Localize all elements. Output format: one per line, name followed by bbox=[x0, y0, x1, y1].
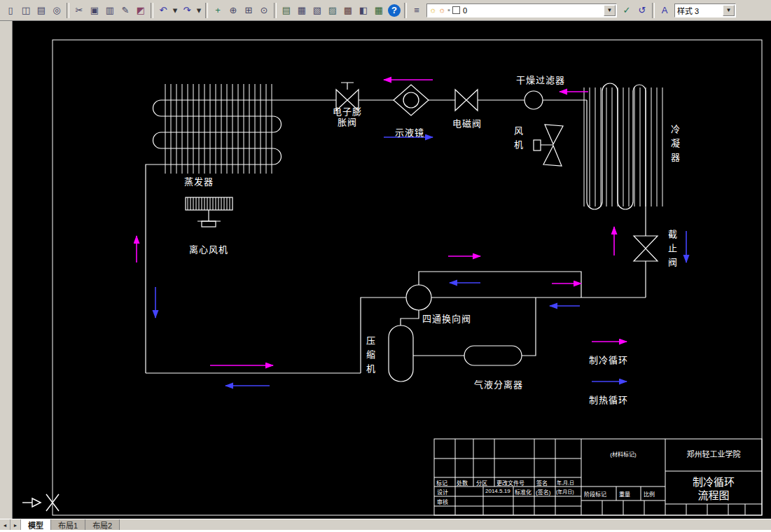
titleblock-date-placeholder: (年月日) bbox=[556, 488, 574, 495]
calculator-icon[interactable]: ▦ bbox=[371, 3, 387, 18]
centrifugal-fan-body bbox=[186, 197, 232, 210]
plot-icon[interactable]: ▤ bbox=[34, 3, 49, 18]
label-expansion-valve-line2: 胀阀 bbox=[329, 115, 366, 128]
label-separator: 气液分离器 bbox=[474, 377, 523, 391]
text-style-dropdown-icon[interactable]: ▼ bbox=[723, 5, 735, 16]
layer-combobox-dropdown-icon[interactable]: ▼ bbox=[604, 5, 616, 16]
tab-layout2[interactable]: 布局2 bbox=[85, 519, 120, 531]
titleblock-header-zone: 分区 bbox=[476, 479, 487, 486]
label-stop-valve: 截止阀 bbox=[665, 230, 679, 272]
titleblock-design: 设计 bbox=[437, 488, 448, 496]
titleblock-school: 郑州轻工业学院 bbox=[667, 448, 760, 459]
zoom-window-icon[interactable]: ⊞ bbox=[241, 3, 256, 18]
titleblock-header-sign: 签名 bbox=[536, 479, 548, 486]
tab-model[interactable]: 模型 bbox=[21, 519, 51, 531]
toolbar: ▯◫▤◎✂▣▥✎◩↶▾↷▾+⊕⊞⊙▤▦▧▨▩◧▦?≡ ☼☼▪ 0 ▼ ✓↺A 样… bbox=[0, 0, 771, 21]
layer-on-icon[interactable]: ☼ bbox=[429, 6, 436, 14]
stop-valve-symbol bbox=[634, 236, 658, 261]
toolbar-separator bbox=[151, 3, 153, 18]
titleblock-material: (材料标记) bbox=[581, 450, 665, 458]
zoom-realtime-icon[interactable]: ⊕ bbox=[225, 3, 241, 18]
evaporator-fins bbox=[165, 84, 272, 174]
tab-scroll-right-button[interactable]: ► bbox=[11, 519, 21, 531]
properties-icon[interactable]: ▤ bbox=[279, 3, 294, 18]
toolbar-main-group: ▯◫▤◎✂▣▥✎◩↶▾↷▾+⊕⊞⊙▤▦▧▨▩◧▦?≡ bbox=[3, 3, 424, 18]
solenoid-valve-symbol bbox=[455, 90, 478, 111]
drawing-canvas[interactable]: 蒸发器 电子膨 胀阀 示液镜 电磁阀 干燥过滤器 风机 冷凝器 截止阀 离心风机… bbox=[13, 21, 771, 519]
layout-tabbar: ◄ ► 模型 布局1 布局2 bbox=[0, 519, 771, 531]
make-object-layer-icon[interactable]: ✓ bbox=[619, 3, 634, 18]
sheet-icon[interactable]: ▧ bbox=[310, 3, 325, 18]
titleblock-weight: 重量 bbox=[619, 490, 630, 498]
toolbar-separator bbox=[274, 3, 277, 18]
titleblock-sign-placeholder: (签名) bbox=[536, 488, 550, 496]
image-icon[interactable]: ▩ bbox=[340, 3, 356, 18]
markup-icon[interactable]: ▨ bbox=[325, 3, 340, 18]
text-style-combobox[interactable]: 样式 3 ▼ bbox=[674, 4, 736, 18]
tab-scroll-left-button[interactable]: ◄ bbox=[0, 519, 11, 531]
centrifugal-fan-stand bbox=[197, 210, 221, 221]
tab-layout1[interactable]: 布局1 bbox=[51, 519, 85, 531]
undo-icon[interactable]: ↶ bbox=[155, 3, 171, 18]
zoom-previous-icon[interactable]: ⊙ bbox=[256, 3, 272, 18]
preview-icon[interactable]: ◎ bbox=[49, 3, 64, 18]
redo-dropdown-icon[interactable]: ▾ bbox=[195, 3, 203, 18]
titleblock-stage: 阶段标记 bbox=[584, 490, 606, 498]
condenser-coil bbox=[587, 83, 646, 236]
centrifugal-fan-hatch bbox=[188, 197, 230, 210]
dry-filter-symbol bbox=[525, 91, 543, 109]
redo-icon[interactable]: ↷ bbox=[179, 3, 195, 18]
layers-icon[interactable]: ≡ bbox=[409, 3, 424, 18]
titleblock-audit: 审核 bbox=[437, 498, 448, 505]
label-legend-cooling: 制冷循环 bbox=[589, 353, 628, 366]
erase-icon[interactable]: ◩ bbox=[133, 3, 148, 18]
toolbar-separator bbox=[652, 3, 655, 18]
layer-combobox[interactable]: ☼☼▪ 0 ▼ bbox=[426, 4, 617, 18]
toolbar-layer-group: ✓↺A bbox=[619, 3, 672, 18]
layer-lock-icon[interactable]: ▪ bbox=[447, 6, 450, 14]
expansion-valve-stem bbox=[341, 83, 354, 90]
new-icon[interactable]: ▯ bbox=[3, 3, 18, 18]
label-centrifugal-fan: 离心风机 bbox=[189, 242, 228, 255]
ucs-icon bbox=[22, 494, 59, 511]
pan-icon[interactable]: + bbox=[210, 3, 225, 18]
help-icon[interactable]: ? bbox=[388, 4, 401, 17]
cad-application-window: ▯◫▤◎✂▣▥✎◩↶▾↷▾+⊕⊞⊙▤▦▧▨▩◧▦?≡ ☼☼▪ 0 ▼ ✓↺A 样… bbox=[0, 0, 771, 532]
copy-icon[interactable]: ▣ bbox=[87, 3, 102, 18]
text-style-icon[interactable]: A bbox=[657, 3, 672, 18]
match-properties-icon[interactable]: ✎ bbox=[118, 3, 133, 18]
left-panel-strip bbox=[0, 21, 13, 519]
fan-blades bbox=[541, 125, 563, 166]
titleblock-header-mark: 标记 bbox=[436, 479, 447, 486]
evaporator-coil bbox=[153, 100, 282, 164]
four-way-valve-symbol bbox=[406, 285, 431, 310]
layer-previous-icon[interactable]: ↺ bbox=[634, 3, 650, 18]
label-legend-heating: 制热循环 bbox=[589, 393, 628, 406]
paste-icon[interactable]: ▥ bbox=[102, 3, 118, 18]
table-icon[interactable]: ▦ bbox=[294, 3, 310, 18]
label-four-way-valve: 四通换向阀 bbox=[422, 312, 471, 325]
toolbar-separator bbox=[67, 3, 69, 18]
titleblock-title-line2: 流程图 bbox=[667, 487, 760, 502]
sight-glass-symbol bbox=[394, 85, 429, 115]
titleblock-design-date: 2014.5.19 bbox=[485, 488, 510, 494]
ole-icon[interactable]: ◧ bbox=[356, 3, 371, 18]
toolbar-separator bbox=[404, 3, 407, 18]
drawing-border bbox=[53, 40, 762, 515]
label-condenser: 冷凝器 bbox=[668, 125, 681, 167]
cut-icon[interactable]: ✂ bbox=[71, 3, 87, 18]
titleblock-standard: 标准化 bbox=[515, 488, 532, 496]
label-solenoid-valve: 电磁阀 bbox=[452, 116, 482, 130]
label-sight-glass: 示液镜 bbox=[395, 125, 424, 139]
undo-dropdown-icon[interactable]: ▾ bbox=[171, 3, 179, 18]
text-style-combobox-value: 样式 3 bbox=[677, 5, 699, 16]
label-fan: 风机 bbox=[511, 126, 525, 154]
layer-color-swatch bbox=[452, 6, 460, 14]
pipes bbox=[146, 100, 646, 373]
label-compressor: 压缩机 bbox=[363, 336, 377, 378]
titleblock-header-count: 处数 bbox=[457, 479, 468, 486]
schematic-svg bbox=[13, 21, 771, 519]
layer-freeze-icon[interactable]: ☼ bbox=[438, 6, 445, 14]
layer-combobox-value: 0 bbox=[463, 6, 467, 15]
open-icon[interactable]: ◫ bbox=[18, 3, 34, 18]
